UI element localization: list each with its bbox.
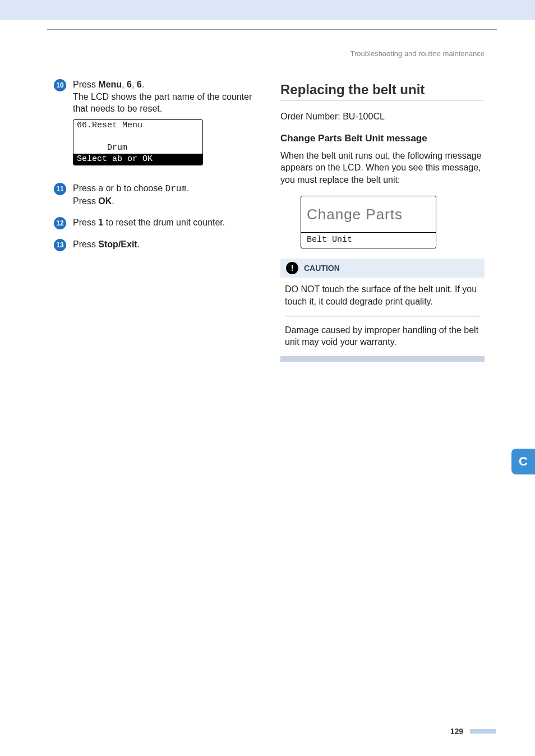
caution-header: ! CAUTION: [280, 259, 485, 278]
step-bullet-11: 11: [54, 183, 66, 195]
text: Press: [73, 80, 98, 89]
text: Press: [73, 218, 98, 227]
text: to reset the drum unit counter.: [103, 218, 225, 227]
lcd-row: Drum: [73, 142, 202, 154]
step-bullet-10: 10: [54, 79, 66, 91]
menu-key: Menu: [98, 80, 122, 89]
text: .: [112, 196, 114, 206]
step-12: 12 Press 1 to reset the drum unit counte…: [54, 216, 258, 229]
caution-icon: !: [286, 262, 298, 274]
text: Press: [73, 239, 98, 249]
key-6a: 6: [127, 80, 132, 89]
lcd-row-inverted: Select ab or OK: [73, 154, 202, 165]
caution-label: CAUTION: [304, 264, 340, 273]
section-underline: [280, 100, 485, 100]
up-arrow-icon: a: [98, 183, 103, 193]
caution-divider: [285, 316, 480, 316]
step-body-11: Press a or b to choose Drum. Press OK.: [73, 182, 258, 208]
stop-exit-key: Stop/Exit: [98, 239, 137, 249]
text: to choose: [121, 183, 165, 193]
step-10: 10 Press Menu, 6, 6. The LCD shows the p…: [54, 79, 258, 173]
caution-p1: DO NOT touch the surface of the belt uni…: [285, 283, 480, 307]
step-body-10: Press Menu, 6, 6. The LCD shows the part…: [73, 79, 258, 173]
section-tab: C: [511, 449, 535, 474]
lcd-reset-menu: 66.Reset Menu Drum Select ab or OK: [73, 119, 203, 165]
down-arrow-icon: b: [116, 183, 121, 193]
step-bullet-12: 12: [54, 217, 66, 229]
caution-bottom-bar: [280, 356, 485, 362]
text: .: [142, 80, 144, 89]
text: ,: [122, 80, 127, 89]
lcd-row: 66.Reset Menu: [73, 120, 202, 131]
caution-body: DO NOT touch the surface of the belt uni…: [280, 278, 485, 356]
step-body-13: Press Stop/Exit.: [73, 238, 258, 251]
text: ,: [132, 80, 137, 89]
running-head: Troubleshooting and routine maintenance: [350, 49, 485, 58]
step-bullet-13: 13: [54, 239, 66, 251]
lcd-big-bottom: Belt Unit: [301, 232, 436, 248]
step-10-desc: The LCD shows the part name of the count…: [73, 92, 252, 114]
section-title: Replacing the belt unit: [280, 82, 485, 98]
step-11: 11 Press a or b to choose Drum. Press OK…: [54, 182, 258, 208]
step-body-12: Press 1 to reset the drum unit counter.: [73, 216, 258, 229]
ok-key: OK: [98, 196, 112, 206]
header-rule: [47, 29, 497, 30]
intro-text: When the belt unit runs out, the followi…: [280, 150, 485, 186]
top-blue-strip: [0, 0, 535, 20]
step-13: 13 Press Stop/Exit.: [54, 238, 258, 251]
text: Press: [73, 196, 98, 206]
key-1: 1: [98, 218, 103, 227]
text: .: [137, 239, 140, 249]
page-number-bar: [470, 729, 496, 734]
subhead-change-parts: Change Parts Belt Unit message: [280, 133, 485, 144]
order-number: Order Number: BU-100CL: [280, 110, 485, 123]
text: .: [187, 183, 189, 193]
caution-p2: Damage caused by improper handling of th…: [285, 324, 480, 348]
lcd-row: [73, 131, 202, 142]
left-column: 10 Press Menu, 6, 6. The LCD shows the p…: [54, 79, 258, 711]
text: Press: [73, 183, 98, 193]
text: or: [103, 183, 116, 193]
lcd-big-top: Change Parts: [301, 196, 436, 232]
lcd-option-drum: Drum: [165, 184, 187, 194]
caution-box: ! CAUTION DO NOT touch the surface of th…: [280, 259, 485, 361]
right-column: Replacing the belt unit Order Number: BU…: [280, 79, 485, 711]
content-area: 10 Press Menu, 6, 6. The LCD shows the p…: [54, 79, 485, 711]
key-6b: 6: [137, 80, 142, 89]
page-number: 129: [450, 727, 463, 736]
lcd-change-parts: Change Parts Belt Unit: [301, 196, 436, 248]
